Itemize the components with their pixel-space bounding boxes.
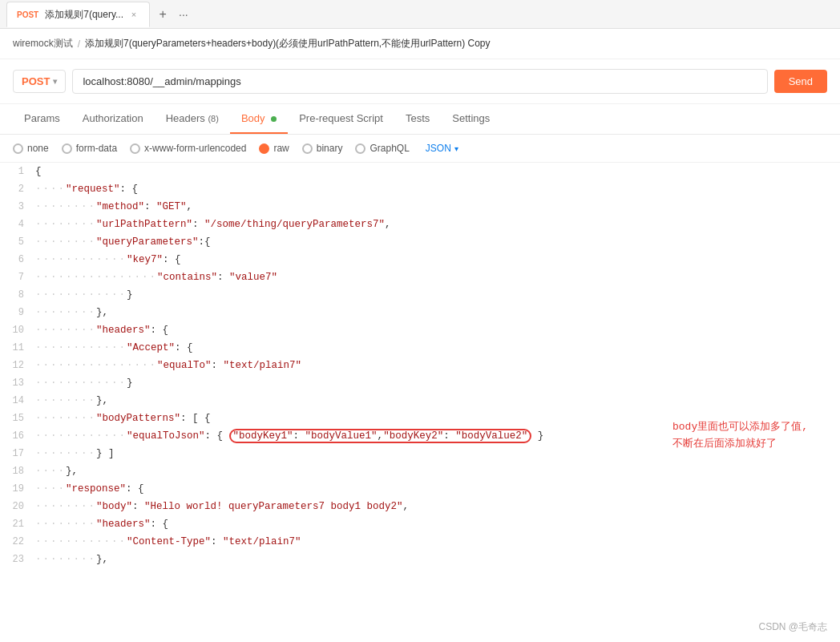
radio-graphql [355, 143, 365, 154]
request-tabs-nav: Params Authorization Headers (8) Body Pr… [0, 104, 840, 135]
body-type-none[interactable]: none [13, 143, 49, 154]
body-type-binary[interactable]: binary [302, 143, 343, 154]
body-type-raw[interactable]: raw [259, 143, 289, 154]
code-line-5: 5 ········"queryParameters":{ [0, 233, 840, 251]
code-line-23: 23 ········}, [0, 551, 840, 568]
tab-bar: POST 添加规则7(query... × + ··· [0, 0, 840, 29]
code-line-11: 11 ············"Accept": { [0, 339, 840, 357]
body-type-bar: none form-data x-www-form-urlencoded raw… [0, 135, 840, 163]
tab-close-icon[interactable]: × [128, 9, 139, 20]
method-chevron-icon: ▾ [53, 77, 57, 86]
json-format-label: JSON [426, 143, 451, 154]
radio-urlencoded [130, 143, 140, 154]
tab-body[interactable]: Body [230, 104, 288, 134]
new-tab-button[interactable]: + [151, 3, 174, 26]
code-line-15: 15 ········"bodyPatterns": [ { [0, 410, 840, 427]
code-line-12: 12 ················"equalTo": "text/plai… [0, 357, 840, 374]
code-line-1: 1 { [0, 163, 840, 180]
tab-settings[interactable]: Settings [441, 104, 501, 134]
code-line-8: 8 ············} [0, 286, 840, 304]
tab-authorization[interactable]: Authorization [71, 104, 155, 134]
tab-title: 添加规则7(query... [45, 8, 123, 22]
radio-binary [302, 143, 313, 154]
radio-none [13, 143, 23, 154]
tab-method: POST [17, 10, 38, 19]
radio-raw [259, 143, 269, 154]
breadcrumb: wiremock测试 / 添加规则7(queryParameters+heade… [0, 29, 840, 59]
code-line-20: 20 ········"body": "Hello world! queryPa… [0, 498, 840, 515]
code-line-6: 6 ············"key7": { [0, 251, 840, 269]
code-line-18: 18 ····}, [0, 462, 840, 480]
code-line-17: 17 ········} ] [0, 445, 840, 462]
send-button[interactable]: Send [774, 70, 827, 93]
tab-pre-request[interactable]: Pre-request Script [288, 104, 394, 134]
code-line-16: 16 ············"equalToJson": { "bodyKey… [0, 427, 840, 445]
tab-tests[interactable]: Tests [394, 104, 441, 134]
body-type-urlencoded[interactable]: x-www-form-urlencoded [130, 143, 246, 154]
breadcrumb-separator: / [78, 38, 80, 50]
json-chevron-icon: ▾ [454, 144, 458, 153]
method-label: POST [22, 75, 50, 87]
code-line-13: 13 ············} [0, 374, 840, 392]
breadcrumb-current: 添加规则7(queryParameters+headers+body)(必须使用… [85, 37, 491, 50]
code-line-3: 3 ········"method": "GET", [0, 198, 840, 216]
url-input[interactable] [72, 69, 767, 94]
body-type-graphql[interactable]: GraphQL [355, 143, 409, 154]
breadcrumb-root[interactable]: wiremock测试 [13, 37, 73, 50]
json-format-dropdown[interactable]: JSON ▾ [426, 143, 458, 154]
code-line-10: 10 ········"headers": { [0, 321, 840, 339]
code-line-22: 22 ············"Content-Type": "text/pla… [0, 533, 840, 551]
code-line-2: 2 ····"request": { [0, 180, 840, 198]
request-bar: POST ▾ Send [0, 59, 840, 104]
code-line-7: 7 ················"contains": "value7" [0, 269, 840, 286]
body-type-form-data[interactable]: form-data [62, 143, 117, 154]
method-dropdown[interactable]: POST ▾ [13, 70, 66, 93]
tab-headers[interactable]: Headers (8) [155, 104, 230, 134]
code-line-4: 4 ········"urlPathPattern": "/some/thing… [0, 216, 840, 233]
code-editor[interactable]: 1 { 2 ····"request": { 3 ········"method… [0, 163, 840, 568]
headers-badge: (8) [208, 114, 218, 123]
code-line-9: 9 ········}, [0, 304, 840, 321]
body-dot [271, 116, 277, 122]
code-line-21: 21 ········"headers": { [0, 515, 840, 533]
code-line-14: 14 ········}, [0, 392, 840, 410]
more-tabs-icon[interactable]: ··· [176, 8, 192, 21]
code-line-19: 19 ····"response": { [0, 480, 840, 498]
tab-params[interactable]: Params [13, 104, 71, 134]
active-tab[interactable]: POST 添加规则7(query... × [6, 2, 150, 27]
radio-form-data [62, 143, 72, 154]
